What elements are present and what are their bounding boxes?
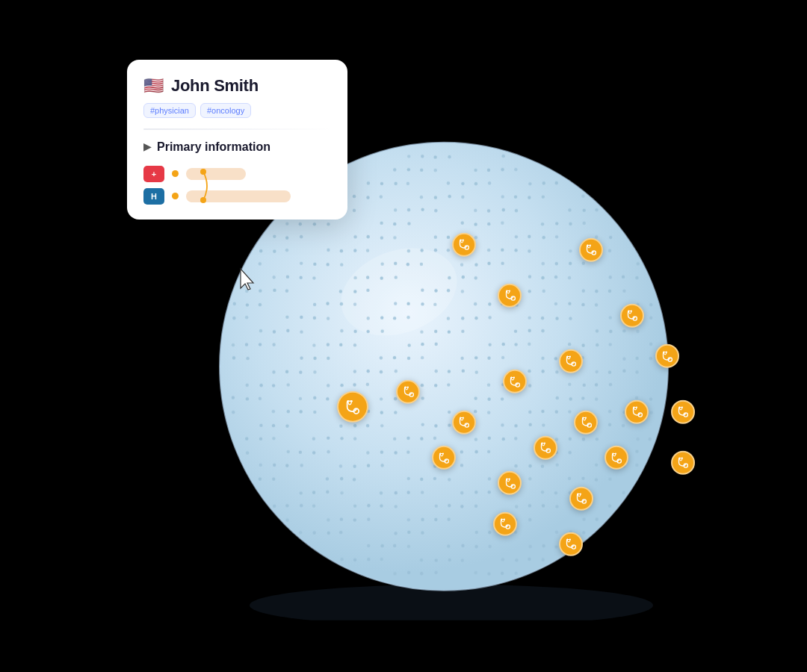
info-icon-red: +	[143, 166, 164, 182]
tag-physician[interactable]: #physician	[143, 103, 196, 118]
info-row-1: +	[143, 166, 331, 182]
info-rows: + H	[143, 166, 331, 205]
section-title: Primary information	[157, 140, 270, 154]
info-bar-1	[186, 168, 246, 180]
card-name: John Smith	[171, 76, 259, 96]
chevron-right-icon: ▶	[143, 141, 151, 152]
profile-card: 🇺🇸 John Smith #physician #oncology ▶ Pri…	[127, 60, 347, 220]
flag-icon: 🇺🇸	[143, 78, 164, 94]
card-header: 🇺🇸 John Smith	[143, 76, 331, 96]
dot-1	[172, 170, 179, 177]
tag-oncology[interactable]: #oncology	[200, 103, 251, 118]
section-header[interactable]: ▶ Primary information	[143, 140, 331, 154]
info-icon-blue: H	[143, 188, 164, 205]
dot-2	[172, 193, 179, 199]
tags-row: #physician #oncology	[143, 103, 331, 118]
info-row-2: H	[143, 188, 331, 205]
info-bar-2	[186, 190, 291, 202]
card-divider	[143, 128, 331, 130]
